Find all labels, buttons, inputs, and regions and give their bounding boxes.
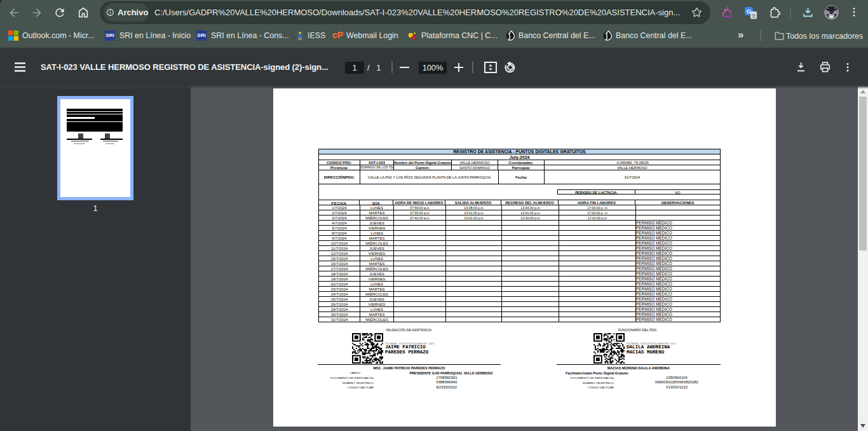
svg-text:文: 文 — [751, 13, 757, 19]
